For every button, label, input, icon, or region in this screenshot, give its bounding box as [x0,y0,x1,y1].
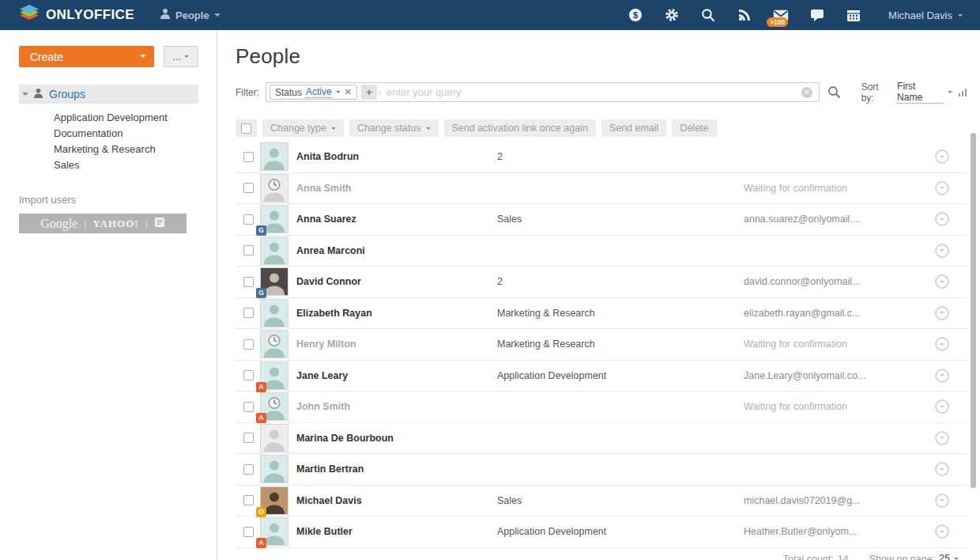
table-row-elizabeth-rayan[interactable]: Elizabeth RayanMarketing & Researcheliza… [236,298,967,330]
chevron-down-icon[interactable] [948,91,952,93]
user-name-link[interactable]: Martin Bertran [296,464,497,475]
module-switcher[interactable]: People [160,8,220,22]
toolbar-button-change-status[interactable]: Change status [349,119,439,137]
user-name-link[interactable]: Jane Leary [296,370,497,381]
toolbar-button-delete[interactable]: Delete [672,119,716,137]
search-icon[interactable] [827,85,841,99]
import-users-banner[interactable]: Google | YAHOO! | [19,214,187,233]
row-checkbox[interactable] [243,245,254,255]
mail-icon[interactable]: >100 [773,7,789,23]
row-menu-button[interactable] [935,369,949,383]
gear-icon[interactable] [664,7,680,23]
user-email[interactable]: anna.suarez@onlyomail.... [744,214,935,225]
table-row-anita-bodrun[interactable]: Anita Bodrun2 [236,142,967,173]
row-checkbox[interactable] [243,433,254,443]
user-status-text[interactable]: Waiting for confirmation [744,401,935,412]
user-menu[interactable]: Michael Davis [888,9,963,21]
table-row-anrea-marconi[interactable]: Anrea Marconi [236,236,967,267]
user-group[interactable]: Sales [497,495,744,506]
collapse-arrow-icon[interactable] [22,93,28,96]
table-row-mikle-butler[interactable]: AMikle ButlerApplication DevelopmentHeat… [236,516,967,548]
sidebar-group-documentation[interactable]: Documentation [54,126,217,142]
user-group[interactable]: Application Development [497,370,744,381]
select-all-checkbox[interactable] [241,123,251,134]
row-checkbox[interactable] [243,308,254,318]
chevron-down-icon[interactable] [336,91,341,93]
row-menu-button[interactable] [935,244,949,258]
row-checkbox[interactable] [243,527,254,537]
table-row-jane-leary[interactable]: AJane LearyApplication DevelopmentJane.L… [236,361,967,392]
chat-icon[interactable] [809,7,825,23]
page-size-selector[interactable]: 25 [939,553,950,560]
table-row-marina-de-bourboun[interactable]: Marina De Bourboun [236,423,967,455]
user-group[interactable]: Marketing & Research [497,339,744,350]
user-name-link[interactable]: Anrea Marconi [296,245,497,256]
row-checkbox[interactable] [243,464,254,475]
row-menu-button[interactable] [935,524,949,539]
toolbar-button-send-email[interactable]: Send email [601,119,667,137]
toolbar-button-send-activation-link-once-again[interactable]: Send activation link once again [444,119,596,137]
row-menu-button[interactable] [935,462,949,476]
row-checkbox[interactable] [243,277,254,287]
user-group[interactable]: 2 [497,276,744,287]
table-row-john-smith[interactable]: AJohn SmithWaiting for confirmation [236,392,967,423]
user-name-link[interactable]: Anna Suarez [296,214,497,225]
user-name-link[interactable]: John Smith [296,401,497,412]
table-row-michael-davis[interactable]: OMichael DavisSalesmichael.davis072019@g… [236,486,967,517]
row-menu-button[interactable] [935,337,949,351]
import-users-link[interactable]: Import users [19,194,217,206]
row-menu-button[interactable] [935,431,949,445]
user-name-link[interactable]: Henry Milton [296,339,497,350]
clear-filter-icon[interactable]: ✕ [801,87,812,98]
user-email[interactable]: david.connor@onlyomail... [744,276,935,287]
user-name-link[interactable]: Marina De Bourboun [296,433,497,444]
user-status-text[interactable]: Waiting for confirmation [744,183,935,194]
remove-filter-icon[interactable]: ✕ [345,88,352,96]
row-menu-button[interactable] [935,306,949,320]
feed-icon[interactable] [737,7,752,23]
row-checkbox[interactable] [243,214,254,225]
calendar-icon[interactable] [846,7,861,23]
row-checkbox[interactable] [243,495,254,505]
table-row-david-connor[interactable]: GDavid Connor2david.connor@onlyomail... [236,267,967,298]
row-menu-button[interactable] [935,212,949,226]
create-button[interactable]: Create [19,46,154,67]
dollar-icon[interactable]: $ [628,7,643,23]
user-name-link[interactable]: Elizabeth Rayan [296,308,497,319]
sidebar-group-sales[interactable]: Sales [54,157,217,173]
user-name-link[interactable]: Anita Bodrun [296,151,497,162]
sidebar-group-marketing-research[interactable]: Marketing & Research [54,142,217,157]
user-name-link[interactable]: David Connor [296,276,497,287]
onlyoffice-logo[interactable]: ONLYOFFICE [19,4,134,26]
user-group[interactable]: 2 [497,151,744,162]
select-all-button[interactable] [236,119,257,137]
user-name-link[interactable]: Michael Davis [296,495,497,506]
row-checkbox[interactable] [243,370,254,380]
row-menu-button[interactable] [935,149,949,164]
user-name-link[interactable]: Anna Smith [296,183,497,194]
vertical-scrollbar[interactable] [971,133,976,488]
row-menu-button[interactable] [935,274,949,289]
filter-chip-value[interactable]: Active [306,86,332,98]
table-row-henry-milton[interactable]: Henry MiltonMarketing & ResearchWaiting … [236,329,967,361]
sidebar-group-application-development[interactable]: Application Development [54,110,217,126]
row-checkbox[interactable] [243,402,254,412]
user-name-link[interactable]: Mikle Butler [296,526,497,537]
row-menu-button[interactable] [935,494,949,508]
user-email[interactable]: michael.davis072019@g... [744,495,935,506]
row-checkbox[interactable] [243,339,254,350]
sidebar-groups-header[interactable]: Groups [19,85,198,104]
table-row-anna-suarez[interactable]: GAnna SuarezSalesanna.suarez@onlyomail..… [236,204,967,236]
user-status-text[interactable]: Waiting for confirmation [744,339,935,350]
more-actions-button[interactable]: ... [164,46,198,67]
sort-by-value[interactable]: First Name [897,81,942,104]
table-row-anna-smith[interactable]: Anna SmithWaiting for confirmation [236,173,967,205]
table-row-martin-bertran[interactable]: Martin Bertran [236,454,967,486]
user-email[interactable]: Jane.Leary@onlyomail.co... [744,370,935,381]
user-group[interactable]: Sales [497,214,744,225]
add-filter-button[interactable]: + [361,85,377,100]
search-icon[interactable] [700,7,716,23]
user-email[interactable]: elizabeth.rayan@gmail.c... [744,308,935,319]
toolbar-button-change-type[interactable]: Change type [262,119,344,137]
user-group[interactable]: Marketing & Research [497,308,744,319]
